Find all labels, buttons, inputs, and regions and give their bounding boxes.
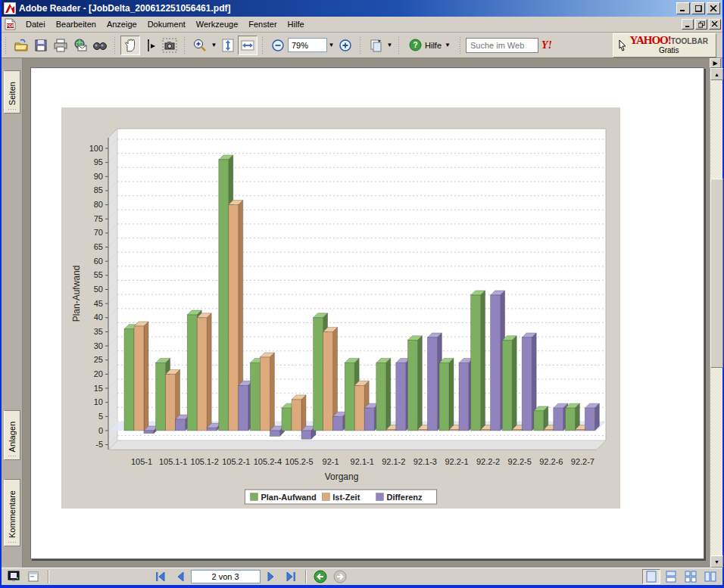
zoom-out-button[interactable] [268, 36, 288, 55]
menu-item-hilfe[interactable]: Hilfe [282, 18, 310, 30]
sidebar-tab-label: Kommentare [8, 490, 17, 538]
yahoo-toolbar-label: TOOLBAR [671, 37, 708, 45]
vertical-scrollbar[interactable]: ▲ ▼ [710, 68, 722, 568]
yahoo-toolbar-button[interactable]: YAHOO!TOOLBAR Gratis [613, 33, 716, 58]
svg-text:92.1-3: 92.1-3 [413, 457, 437, 466]
svg-text:105-1: 105-1 [131, 457, 152, 466]
select-tool-button[interactable] [140, 36, 160, 55]
maximize-button[interactable] [691, 2, 705, 14]
zoom-tool-dropdown[interactable]: ▼ [210, 36, 218, 55]
svg-text:105.1-1: 105.1-1 [159, 457, 187, 466]
toolbar-grip[interactable] [261, 36, 264, 54]
svg-text:92.2-7: 92.2-7 [571, 457, 594, 466]
svg-text:92.2-6: 92.2-6 [539, 457, 563, 466]
previous-view-button[interactable] [311, 569, 329, 584]
hilfe-label: Hilfe [425, 41, 442, 50]
page-indicator[interactable]: 2 von 3 [191, 570, 261, 583]
svg-text:92.1-2: 92.1-2 [382, 457, 405, 466]
page-display-dropdown[interactable]: ▼ [385, 36, 394, 55]
svg-text:70: 70 [94, 228, 103, 237]
svg-text:92.2-2: 92.2-2 [476, 457, 500, 466]
pane-toggle-button[interactable]: ▶ [710, 58, 721, 68]
yahoo-icon[interactable]: Y! [541, 39, 552, 51]
open-button[interactable] [11, 36, 31, 55]
svg-text:105.2-4: 105.2-4 [254, 457, 282, 466]
svg-text:5: 5 [98, 412, 103, 421]
doc-restore-button[interactable] [695, 19, 707, 30]
hand-tool-button[interactable] [120, 36, 140, 55]
scroll-down-button[interactable]: ▼ [710, 555, 723, 568]
fit-width-button[interactable] [238, 36, 257, 55]
yahoo-brand: YAHOO! [629, 34, 670, 46]
next-page-button[interactable] [262, 569, 280, 584]
zoom-level-input[interactable] [288, 38, 327, 52]
last-page-button[interactable] [282, 569, 300, 584]
menu-item-datei[interactable]: Datei [20, 18, 51, 30]
zoom-in-button[interactable] [335, 36, 355, 55]
window-bottom-border [2, 585, 722, 588]
sidebar-tab-label: Seiten [8, 82, 17, 105]
next-view-button[interactable] [331, 569, 349, 584]
scrollbar-thumb[interactable] [710, 179, 723, 368]
continuous-layout-button[interactable] [662, 569, 680, 584]
toolbar-grip[interactable] [114, 36, 117, 54]
svg-text:40: 40 [94, 313, 103, 322]
menu-item-dokument[interactable]: Dokument [142, 18, 191, 30]
scroll-up-button[interactable]: ▲ [710, 68, 723, 80]
zoom-level-dropdown[interactable]: ▼ [327, 36, 335, 55]
zoom-in-tool-button[interactable] [190, 36, 210, 55]
svg-text:10: 10 [94, 397, 103, 406]
svg-text:85: 85 [94, 185, 103, 194]
first-page-button[interactable] [151, 569, 170, 584]
toolbar-grip[interactable] [5, 36, 8, 54]
help-icon: ? [409, 39, 422, 51]
print-button[interactable] [51, 36, 70, 55]
svg-text:75: 75 [94, 214, 103, 223]
toolbar-grip[interactable] [459, 36, 462, 54]
fit-height-button[interactable] [218, 36, 238, 55]
menu-item-werkzeuge[interactable]: Werkzeuge [191, 18, 243, 30]
svg-text:45: 45 [94, 299, 103, 308]
snapshot-button[interactable] [160, 36, 179, 55]
svg-text:35: 35 [94, 327, 103, 336]
doc-minimize-button[interactable] [682, 19, 694, 30]
toolbar-grip[interactable] [398, 36, 401, 54]
svg-text:100: 100 [89, 144, 103, 153]
continuous-facing-layout-button[interactable] [682, 569, 700, 584]
toolbar-grip[interactable] [183, 36, 186, 54]
single-page-layout-button[interactable] [642, 569, 660, 584]
toolbar-grip[interactable] [359, 36, 362, 54]
svg-text:0: 0 [98, 426, 103, 435]
sidebar-tab-label: Anlagen [8, 422, 17, 452]
minimize-button[interactable] [676, 2, 690, 14]
svg-text:105.2-1: 105.2-1 [222, 457, 250, 466]
title-bar: Adobe Reader - [JobDelta_200612251056461… [2, 0, 722, 17]
hilfe-button[interactable]: ? Hilfe ▼ [404, 36, 455, 55]
sidebar-tab-seiten[interactable]: Seiten [4, 70, 20, 114]
menu-item-bearbeiten[interactable]: Bearbeiten [51, 18, 101, 30]
menu-item-anzeige[interactable]: Anzeige [101, 18, 142, 30]
save-button[interactable] [31, 36, 51, 55]
prev-page-button[interactable] [171, 569, 189, 584]
svg-text:92-1: 92-1 [323, 457, 339, 466]
window-options-button[interactable] [24, 569, 42, 584]
screen-mode-button[interactable] [5, 569, 23, 584]
facing-layout-button[interactable] [701, 569, 719, 584]
sidebar-tab-anlagen[interactable]: Anlagen [4, 410, 20, 460]
doc-close-button[interactable] [709, 19, 721, 30]
svg-text:Plan-Aufwand: Plan-Aufwand [71, 266, 82, 322]
web-search-input[interactable] [466, 38, 538, 53]
svg-text:55: 55 [94, 270, 103, 279]
yahoo-gratis-label: Gratis [629, 46, 708, 55]
close-button[interactable] [707, 2, 720, 14]
svg-text:Differenz: Differenz [386, 493, 423, 502]
page-display-button[interactable] [366, 36, 385, 55]
svg-text:-5: -5 [95, 440, 103, 449]
window-title: Adobe Reader - [JobDelta_200612251056461… [19, 3, 675, 14]
search-button[interactable] [90, 36, 110, 55]
menu-item-fenster[interactable]: Fenster [243, 18, 282, 30]
svg-text:PDF: PDF [6, 23, 15, 28]
sidebar-tab-kommentare[interactable]: Kommentare [4, 479, 20, 546]
svg-text:50: 50 [94, 285, 103, 294]
email-button[interactable] [70, 36, 90, 55]
